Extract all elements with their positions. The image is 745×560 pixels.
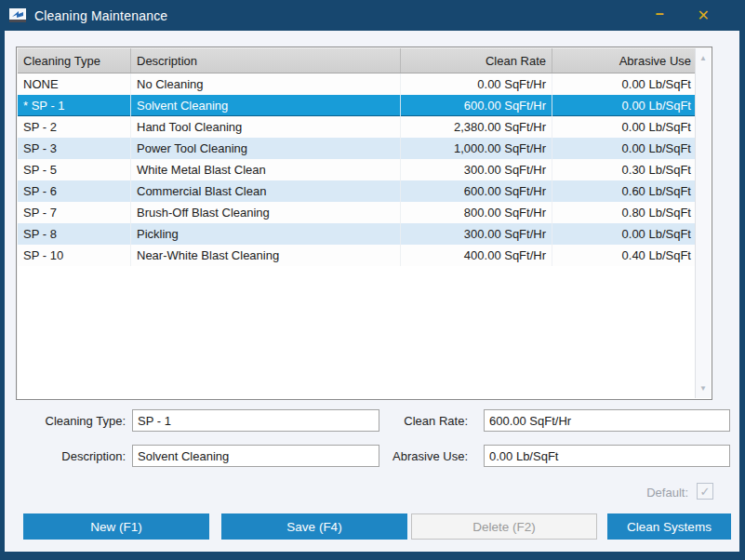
- column-header-clean-rate[interactable]: Clean Rate: [401, 48, 552, 73]
- table-cell: SP - 6: [18, 180, 131, 202]
- clean-systems-button[interactable]: Clean Systems: [607, 513, 731, 540]
- table-cell: 600.00 SqFt/Hr: [401, 180, 552, 202]
- table-cell: 0.80 Lb/SqFt: [552, 202, 697, 223]
- table-cell: 0.00 Lb/SqFt: [552, 95, 697, 116]
- table-cell: SP - 7: [18, 202, 131, 223]
- table-row[interactable]: SP - 8Pickling300.00 SqFt/Hr0.00 Lb/SqFt: [18, 223, 697, 245]
- table-cell: 0.00 Lb/SqFt: [552, 116, 697, 138]
- table-cell: NONE: [18, 73, 131, 95]
- default-label: Default:: [591, 486, 688, 500]
- table-cell: SP - 5: [18, 159, 131, 180]
- new-button[interactable]: New (F1): [23, 513, 209, 540]
- scroll-down-icon[interactable]: ▼: [696, 384, 711, 393]
- cleaning-type-field[interactable]: [132, 409, 379, 432]
- table-cell: 1,000.00 SqFt/Hr: [401, 138, 552, 159]
- table-row[interactable]: SP - 5White Metal Blast Clean300.00 SqFt…: [18, 159, 697, 180]
- table-cell: SP - 10: [18, 245, 131, 266]
- table-cell: Hand Tool Cleaning: [131, 116, 401, 138]
- table-row[interactable]: SP - 2Hand Tool Cleaning2,380.00 SqFt/Hr…: [18, 116, 697, 138]
- column-header-cleaning-type[interactable]: Cleaning Type: [18, 48, 131, 73]
- table-cell: 0.30 Lb/SqFt: [552, 159, 697, 180]
- table-cell: 0.00 SqFt/Hr: [401, 73, 552, 95]
- table-scrollbar[interactable]: ▲ ▼: [695, 48, 711, 398]
- table-cell: 0.00 Lb/SqFt: [552, 138, 697, 159]
- table-row[interactable]: SP - 3Power Tool Cleaning1,000.00 SqFt/H…: [18, 138, 697, 159]
- description-label: Description:: [14, 449, 126, 463]
- cleaning-type-label: Cleaning Type:: [14, 414, 126, 428]
- table-cell: White Metal Blast Clean: [131, 159, 401, 180]
- table-cell: 0.60 Lb/SqFt: [552, 180, 697, 202]
- titlebar: Cleaning Maintenance – ✕: [0, 0, 745, 31]
- app-icon: [9, 8, 26, 22]
- table-cell: 600.00 SqFt/Hr: [401, 95, 552, 116]
- table-cell: Pickling: [131, 223, 401, 245]
- table-row[interactable]: SP - 10Near-White Blast Cleaning400.00 S…: [18, 245, 697, 266]
- window-title: Cleaning Maintenance: [34, 8, 167, 23]
- table-row[interactable]: NONENo Cleaning0.00 SqFt/Hr0.00 Lb/SqFt: [18, 73, 697, 95]
- cleaning-maintenance-window: Cleaning Maintenance – ✕ Cleaning TypeDe…: [0, 0, 745, 560]
- table-cell: Power Tool Cleaning: [131, 138, 401, 159]
- table-cell: Near-White Blast Cleaning: [131, 245, 401, 266]
- table-cell: Commercial Blast Clean: [131, 180, 401, 202]
- minimize-button[interactable]: –: [656, 7, 664, 21]
- cleaning-types-table: Cleaning TypeDescriptionClean RateAbrasi…: [16, 47, 712, 400]
- column-header-description[interactable]: Description: [131, 48, 401, 73]
- table-cell: * SP - 1: [18, 95, 131, 116]
- table-cell: Brush-Off Blast Cleaning: [131, 202, 401, 223]
- table-cell: No Cleaning: [131, 73, 401, 95]
- table-cell: 300.00 SqFt/Hr: [401, 223, 552, 245]
- column-header-abrasive-use[interactable]: Abrasive Use: [552, 48, 697, 73]
- delete-button: Delete (F2): [411, 513, 597, 540]
- table-cell: 0.00 Lb/SqFt: [552, 223, 697, 245]
- scroll-up-icon[interactable]: ▲: [696, 54, 711, 62]
- table-cell: 400.00 SqFt/Hr: [401, 245, 552, 266]
- table-row[interactable]: SP - 6Commercial Blast Clean600.00 SqFt/…: [18, 180, 697, 202]
- table-cell: 0.40 Lb/SqFt: [552, 245, 697, 266]
- table-cell: 2,380.00 SqFt/Hr: [401, 116, 552, 138]
- description-field[interactable]: [132, 445, 379, 467]
- table-row[interactable]: SP - 7Brush-Off Blast Cleaning800.00 SqF…: [18, 202, 697, 223]
- table-row-selected[interactable]: * SP - 1Solvent Cleaning600.00 SqFt/Hr0.…: [18, 95, 697, 116]
- save-button[interactable]: Save (F4): [221, 513, 407, 540]
- window-controls: – ✕: [656, 8, 736, 23]
- table-cell: SP - 2: [18, 116, 131, 138]
- table-cell: 300.00 SqFt/Hr: [401, 159, 552, 180]
- abrasive-use-label: Abrasive Use:: [377, 449, 468, 463]
- clean-rate-field[interactable]: [484, 409, 730, 432]
- default-checkbox[interactable]: ✓: [697, 483, 713, 500]
- abrasive-use-field[interactable]: [484, 445, 730, 467]
- close-button[interactable]: ✕: [698, 8, 710, 23]
- table-cell: SP - 8: [18, 223, 131, 245]
- clean-rate-label: Clean Rate:: [377, 414, 468, 428]
- table-cell: Solvent Cleaning: [131, 95, 401, 116]
- table-cell: 0.00 Lb/SqFt: [552, 73, 697, 95]
- table-cell: SP - 3: [18, 138, 131, 159]
- table-header: Cleaning TypeDescriptionClean RateAbrasi…: [18, 48, 697, 73]
- table-body: NONENo Cleaning0.00 SqFt/Hr0.00 Lb/SqFt*…: [18, 73, 697, 266]
- table-cell: 800.00 SqFt/Hr: [401, 202, 552, 223]
